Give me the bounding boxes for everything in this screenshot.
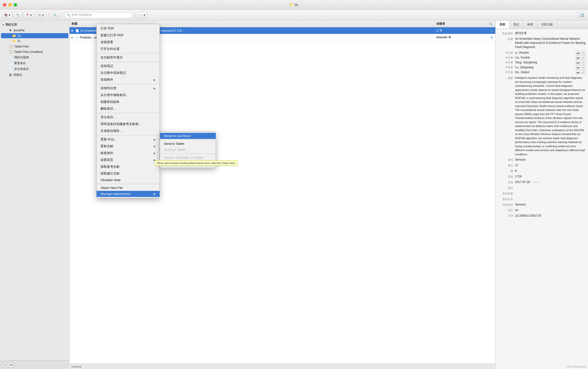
submenu-send-subfolder-label: Send to Subfolder on Tablet [164, 156, 203, 160]
menu-star-label: 星标文献 [101, 144, 113, 149]
menu-sep2 [97, 62, 159, 62]
menu-new-window-label: 新窗口打开 PDF [101, 33, 124, 38]
tooltip-text: Move and rename existing Attachments fro… [157, 162, 235, 165]
menu-obsidian-label: Obsidian Note [101, 178, 121, 182]
submenu-sep1 [160, 140, 216, 140]
submenu-item-send-subfolder: Send to Subfolder on Tablet [160, 155, 216, 161]
menu-item-generate-report[interactable]: 生成条目报告… [97, 128, 159, 134]
menu-item-fetch-citations[interactable]: 抓取施引文献 [97, 170, 159, 177]
menu-item-export[interactable]: 导出条目… [97, 114, 159, 121]
overlay[interactable]: 打开 PDF 新窗口打开 PDF 在线查看 打开文件位置 在文献库中显示 添加笔… [0, 0, 588, 369]
menu-fetch-refs-label: 抓取参考文献 [101, 165, 120, 169]
menu-item-open-location[interactable]: 打开文件位置 [97, 46, 159, 52]
menu-sep6 [97, 184, 159, 184]
menu-item-add-attachment[interactable]: 添加附件 ▶ [97, 76, 159, 83]
context-menu: 打开 PDF 新窗口打开 PDF 在线查看 打开文件位置 在文献库中显示 添加笔… [96, 24, 160, 198]
tooltip: Move and rename existing Attachments fro… [155, 160, 237, 166]
menu-delete-label: 删除条目… [101, 107, 116, 111]
menu-add-note-annot-label: 从注释中添加笔记 [101, 71, 126, 75]
menu-manage-attach-label: Manage Attachments [101, 192, 130, 196]
menu-item-add-note-from-annotation[interactable]: 从注释中添加笔记 [97, 70, 159, 76]
menu-item-delete[interactable]: 删除条目… [97, 105, 159, 112]
menu-fetch-citations-label: 抓取施引文献 [101, 171, 120, 176]
submenu-send-tablet-label: Send to Tablet [164, 142, 184, 146]
menu-sep4 [97, 113, 159, 113]
menu-report-label: 生成条目报告… [101, 129, 123, 133]
menu-item-add-note[interactable]: 添加笔记 [97, 63, 159, 70]
submenu-item-send-tablet[interactable]: Send to Tablet [160, 141, 216, 147]
menu-item-duplicate[interactable]: 创建条目副本 [97, 99, 159, 105]
menu-item-show-library[interactable]: 在文献库中显示 [97, 54, 159, 61]
menu-item-attach-new-file[interactable]: Attach New File [97, 185, 159, 191]
menu-item-new-window-pdf[interactable]: 新窗口打开 PDF [97, 32, 159, 39]
submenu-rename-move-label: Rename and Move [164, 134, 191, 138]
menu-item-manage-attachments[interactable]: Manage Attachments ▶ [97, 191, 159, 197]
menu-update-if-label: 更新 IF(s) [101, 137, 114, 142]
menu-open-pdf-label: 打开 PDF [101, 26, 114, 31]
menu-add-attachment-label: 添加附件 [101, 78, 113, 82]
menu-item-remove-from-category[interactable]: 从分类中移除条目… [97, 92, 159, 99]
submenu-arrow-icon: ▶ [154, 79, 156, 81]
submenu-arrow-icon2: ▶ [154, 87, 156, 90]
menu-item-open-pdf[interactable]: 打开 PDF [97, 25, 159, 32]
menu-item-star[interactable]: 星标文献 ▶ [97, 143, 159, 150]
menu-item-obsidian[interactable]: Obsidian Note [97, 177, 159, 183]
menu-remove-category-label: 从分类中移除条目… [101, 93, 129, 97]
menu-export-label: 导出条目… [101, 115, 116, 120]
menu-item-add-to-category[interactable]: 添加到分类 ▶ [97, 85, 159, 92]
menu-bibliography-label: 用所选条目创建参考文献表… [101, 122, 142, 126]
menu-add-category-label: 添加到分类 [101, 86, 116, 90]
menu-tag-ops-label: 标签操作 [101, 151, 113, 155]
submenu-get-tablet-label: Get from Tablet [164, 148, 186, 152]
menu-attach-new-label: Attach New File [101, 186, 123, 189]
submenu-sep2 [160, 154, 216, 154]
submenu-item-rename-move[interactable]: Rename and Move [160, 133, 216, 139]
menu-open-location-label: 打开文件位置 [101, 47, 120, 51]
menu-add-note-label: 添加笔记 [101, 64, 113, 68]
submenu-arrow-icon5: ▶ [154, 152, 156, 155]
menu-item-tag-ops[interactable]: 标签操作 ▶ [97, 150, 159, 157]
menu-online-view-label: 在线查看 [101, 40, 113, 44]
menu-sep1 [97, 53, 159, 53]
submenu-arrow-icon3: ▶ [154, 138, 156, 141]
menu-sep5 [97, 135, 159, 135]
menu-item-update-if[interactable]: 更新 IF(s) ▶ [97, 136, 159, 143]
menu-item-fetch-refs[interactable]: 抓取参考文献 [97, 163, 159, 170]
menu-item-online-view[interactable]: 在线查看 [97, 39, 159, 46]
submenu-arrow-icon4: ▶ [154, 145, 156, 148]
menu-item-set-language[interactable]: 设置语言 ▶ [97, 157, 159, 163]
menu-sep3 [97, 84, 159, 84]
menu-item-create-bibliography[interactable]: 用所选条目创建参考文献表… [97, 121, 159, 128]
menu-set-lang-label: 设置语言 [101, 158, 113, 162]
submenu-arrow-manage-icon: ▶ [154, 192, 156, 195]
menu-show-library-label: 在文献库中显示 [101, 55, 123, 60]
menu-duplicate-label: 创建条目副本 [101, 100, 120, 104]
submenu-item-get-tablet: Get from Tablet [160, 147, 216, 153]
